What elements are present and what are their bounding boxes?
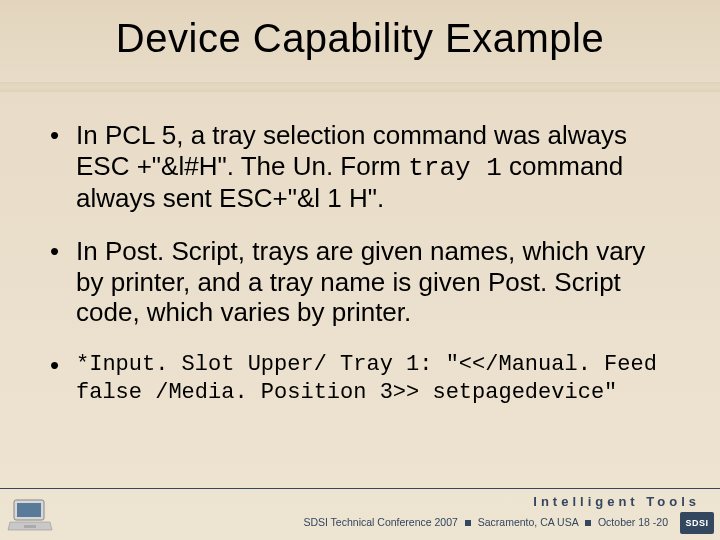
slide-body: In PCL 5, a tray selection command was a… [48,120,678,428]
footer: Intelligent Tools SDSI Technical Confere… [0,488,720,540]
bullet-1: In PCL 5, a tray selection command was a… [48,120,678,214]
separator-icon [585,520,591,526]
footer-divider [0,488,720,489]
laptop-icon [6,498,54,534]
svg-rect-2 [24,525,36,528]
slide: Device Capability Example In PCL 5, a tr… [0,0,720,540]
header-band [0,82,720,92]
sdsi-logo: SDSI [680,512,714,534]
footer-conf: SDSI Technical Conference 2007 [303,516,458,528]
footer-loc: Sacramento, CA USA [478,516,578,528]
bullet-3-code: *Input. Slot Upper/ Tray 1: "<</Manual. … [76,352,657,405]
bullet-1-code: tray 1 [408,153,502,183]
bullet-3: *Input. Slot Upper/ Tray 1: "<</Manual. … [48,350,678,406]
footer-tagline: Intelligent Tools [533,494,700,509]
bullet-2: In Post. Script, trays are given names, … [48,236,678,328]
bullet-list: In PCL 5, a tray selection command was a… [48,120,678,406]
footer-dates: October 18 -20 [598,516,668,528]
svg-rect-1 [17,503,41,517]
footer-info: SDSI Technical Conference 2007 Sacrament… [303,516,668,528]
slide-title: Device Capability Example [0,16,720,61]
separator-icon [465,520,471,526]
